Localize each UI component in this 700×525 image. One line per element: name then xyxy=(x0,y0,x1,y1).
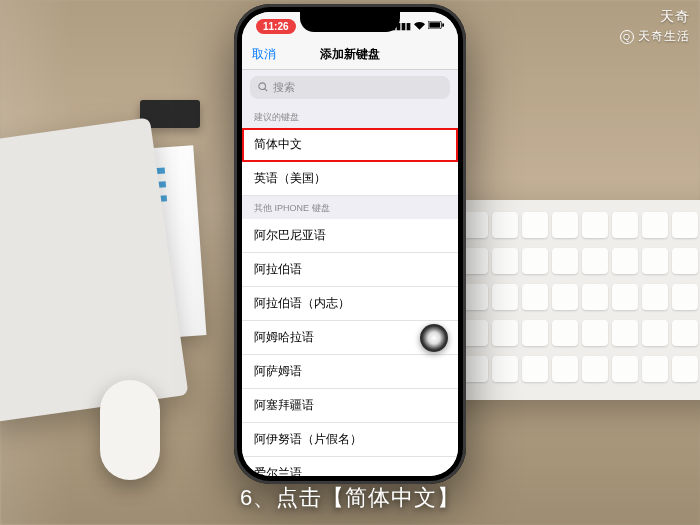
list-item[interactable]: 爱尔兰语 xyxy=(242,457,458,476)
svg-rect-1 xyxy=(429,22,440,27)
tutorial-caption: 6、点击【简体中文】 xyxy=(0,483,700,513)
list-item[interactable]: 阿伊努语（片假名） xyxy=(242,423,458,457)
keyboard-list-scroll[interactable]: 建议的键盘 简体中文英语（美国） 其他 IPHONE 键盘 阿尔巴尼亚语阿拉伯语… xyxy=(242,105,458,476)
watermark-logo-icon: Q xyxy=(620,30,634,44)
watermark: 天奇 Q 天奇生活 xyxy=(620,8,690,45)
battery-icon xyxy=(428,21,444,31)
section-header-other: 其他 IPHONE 键盘 xyxy=(242,196,458,219)
list-item[interactable]: 阿萨姆语 xyxy=(242,355,458,389)
svg-point-3 xyxy=(259,82,266,89)
mouse-prop xyxy=(100,380,160,480)
list-item[interactable]: 阿拉伯语（内志） xyxy=(242,287,458,321)
section-header-suggested: 建议的键盘 xyxy=(242,105,458,128)
phone-screen: 11:26 ▮▮▮▮ 取消 添加新键盘 搜索 xyxy=(242,12,458,476)
status-time: 11:26 xyxy=(256,19,296,34)
search-placeholder: 搜索 xyxy=(273,80,295,95)
search-container: 搜索 xyxy=(242,70,458,105)
list-item[interactable]: 英语（美国） xyxy=(242,162,458,196)
watermark-main: 天奇 xyxy=(660,8,690,26)
svg-rect-2 xyxy=(442,23,444,27)
list-item[interactable]: 阿塞拜疆语 xyxy=(242,389,458,423)
page-title: 添加新键盘 xyxy=(320,46,380,63)
suggested-list: 简体中文英语（美国） xyxy=(242,128,458,196)
wifi-icon xyxy=(414,21,425,32)
search-input[interactable]: 搜索 xyxy=(250,76,450,99)
assistive-touch-button[interactable] xyxy=(420,324,448,352)
nav-header: 取消 添加新键盘 xyxy=(242,40,458,70)
list-item[interactable]: 阿尔巴尼亚语 xyxy=(242,219,458,253)
cancel-button[interactable]: 取消 xyxy=(252,46,276,63)
list-item[interactable]: 阿拉伯语 xyxy=(242,253,458,287)
notch xyxy=(300,12,400,32)
search-icon xyxy=(258,82,268,94)
svg-line-4 xyxy=(265,88,268,91)
list-item[interactable]: 简体中文 xyxy=(242,128,458,162)
watermark-sub: 天奇生活 xyxy=(638,28,690,45)
phone-device: 11:26 ▮▮▮▮ 取消 添加新键盘 搜索 xyxy=(234,4,466,484)
